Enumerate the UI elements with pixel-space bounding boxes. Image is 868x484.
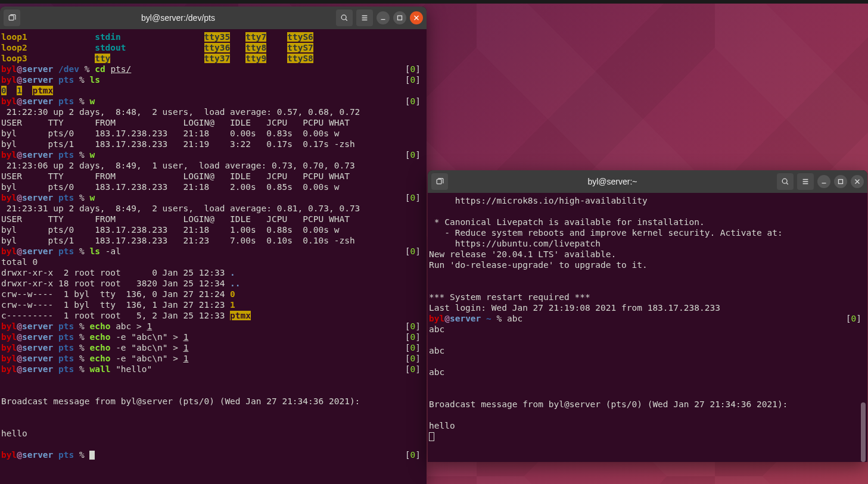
svg-point-1 [341, 15, 346, 20]
terminal-output-2[interactable]: https://microk8s.io/high-availability * … [428, 193, 867, 444]
terminal-window-1: byl@server:/dev/pts loop1 stdin tty35 tt… [0, 7, 427, 484]
svg-point-4 [782, 179, 787, 183]
search-icon[interactable] [777, 173, 794, 190]
svg-rect-2 [398, 16, 402, 20]
hamburger-menu-icon[interactable] [797, 173, 814, 190]
close-button[interactable] [410, 11, 423, 24]
maximize-button[interactable] [834, 175, 847, 188]
new-tab-button[interactable] [4, 10, 20, 26]
new-tab-button[interactable] [431, 173, 448, 190]
minimize-button[interactable] [817, 175, 830, 188]
scroll-thumb[interactable] [861, 402, 866, 462]
titlebar-1: byl@server:/dev/pts [0, 7, 427, 29]
terminal-window-2: byl@server:~ https://microk8s.io/high-av… [428, 170, 867, 462]
desktop-topbar [0, 0, 868, 4]
svg-rect-5 [839, 180, 843, 184]
scrollbar[interactable] [860, 194, 866, 461]
window-title-2: byl@server:~ [452, 177, 773, 186]
minimize-button[interactable] [377, 11, 390, 24]
window-title-1: byl@server:/dev/pts [24, 13, 332, 23]
search-icon[interactable] [336, 10, 353, 26]
close-button[interactable] [851, 175, 864, 188]
terminal-output-1[interactable]: loop1 stdin tty35 tty7 ttyS6loop2 stdout… [0, 29, 427, 463]
svg-rect-0 [9, 15, 14, 20]
svg-rect-3 [437, 179, 441, 184]
maximize-button[interactable] [393, 11, 406, 24]
titlebar-2: byl@server:~ [428, 170, 867, 193]
hamburger-menu-icon[interactable] [356, 10, 373, 26]
